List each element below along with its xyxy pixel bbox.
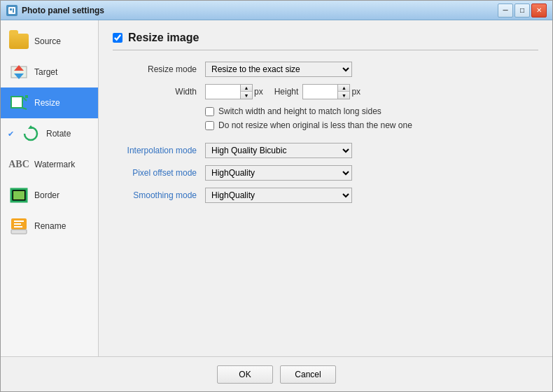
resize-icon: [9, 93, 29, 113]
sidebar-label-target: Target: [34, 67, 57, 77]
main-panel: Resize image Resize mode Resize to the e…: [99, 20, 552, 356]
rotate-icon: [21, 124, 41, 144]
window-body: Source Target: [1, 20, 552, 356]
section-header: Resize image: [113, 31, 538, 50]
window-controls: ─ □ ✕: [498, 4, 547, 18]
height-unit: px: [351, 87, 360, 97]
switch-dimensions-checkbox[interactable]: [205, 107, 214, 116]
resize-enable-checkbox[interactable]: [113, 33, 122, 43]
svg-marker-9: [25, 95, 28, 98]
resize-mode-select[interactable]: Resize to the exact size Resize to fit R…: [205, 62, 352, 77]
interpolation-select[interactable]: High Quality Bicubic Bicubic Bilinear Ne…: [205, 143, 352, 158]
smoothing-row: Smoothing mode HighQuality Default None …: [113, 188, 538, 203]
main-window: Photo panel settings ─ □ ✕ Source: [0, 0, 553, 392]
resize-mode-row: Resize mode Resize to the exact size Res…: [113, 62, 538, 77]
sidebar-item-watermark[interactable]: ABC Watermark: [1, 149, 98, 180]
sidebar-item-resize[interactable]: Resize: [1, 88, 98, 118]
sidebar-item-source[interactable]: Source: [1, 26, 98, 57]
sidebar: Source Target: [1, 20, 99, 356]
sidebar-label-rename: Rename: [34, 221, 66, 231]
window-title: Photo panel settings: [22, 6, 498, 15]
title-bar: Photo panel settings ─ □ ✕: [1, 1, 552, 20]
height-label: Height: [274, 87, 299, 97]
sidebar-label-watermark: Watermark: [34, 160, 75, 169]
no-resize-label[interactable]: Do not resize when original is less than…: [218, 120, 412, 130]
smoothing-select[interactable]: HighQuality Default None AntiAlias: [205, 188, 352, 203]
switch-dimensions-row: Switch width and height to match long si…: [205, 106, 538, 116]
sidebar-item-target[interactable]: Target: [1, 57, 98, 88]
svg-rect-6: [11, 97, 22, 108]
pixel-offset-row: Pixel offset mode HighQuality Default Ha…: [113, 165, 538, 181]
rotate-check-icon: ✔: [8, 130, 14, 139]
watermark-icon: ABC: [9, 155, 29, 174]
border-icon: [9, 186, 29, 205]
section-title: Resize image: [128, 31, 199, 44]
minimize-button[interactable]: ─: [498, 4, 513, 18]
width-spinner: 128 ▲ ▼: [205, 84, 253, 99]
app-icon: [6, 5, 18, 16]
width-label: Width: [113, 87, 197, 97]
source-icon: [9, 31, 29, 51]
width-down-button[interactable]: ▼: [241, 92, 252, 99]
height-up-button[interactable]: ▲: [338, 85, 349, 92]
width-unit: px: [254, 87, 263, 97]
dimensions-row: Width 128 ▲ ▼ px Height 128 ▲ ▼: [113, 84, 538, 99]
footer: OK Cancel: [1, 356, 552, 391]
sidebar-item-border[interactable]: Border: [1, 180, 98, 211]
height-spinner: 128 ▲ ▼: [302, 84, 350, 99]
close-button[interactable]: ✕: [531, 4, 547, 18]
cancel-button[interactable]: Cancel: [280, 365, 336, 384]
width-input[interactable]: 128: [205, 84, 240, 99]
sidebar-label-resize: Resize: [34, 98, 60, 108]
pixel-offset-label: Pixel offset mode: [113, 168, 197, 178]
sidebar-item-rotate[interactable]: ✔ Rotate: [1, 118, 98, 149]
width-up-button[interactable]: ▲: [241, 85, 252, 92]
svg-rect-12: [13, 191, 24, 200]
interpolation-row: Interpolation mode High Quality Bicubic …: [113, 143, 538, 158]
sidebar-label-source: Source: [34, 36, 61, 46]
no-resize-row: Do not resize when original is less than…: [205, 120, 538, 130]
svg-rect-1: [10, 8, 12, 10]
svg-rect-14: [11, 230, 27, 234]
sidebar-label-rotate: Rotate: [46, 129, 71, 139]
sidebar-item-rename[interactable]: Rename: [1, 211, 98, 241]
svg-line-8: [22, 108, 27, 109]
no-resize-checkbox[interactable]: [205, 121, 214, 130]
switch-dimensions-label[interactable]: Switch width and height to match long si…: [218, 106, 382, 116]
height-down-button[interactable]: ▼: [338, 92, 349, 99]
target-icon: [9, 62, 29, 82]
smoothing-label: Smoothing mode: [113, 190, 197, 200]
resize-mode-select-wrapper: Resize to the exact size Resize to fit R…: [205, 62, 352, 77]
maximize-button[interactable]: □: [514, 4, 530, 18]
height-input[interactable]: 128: [302, 84, 337, 99]
ok-button[interactable]: OK: [217, 365, 273, 384]
interpolation-label: Interpolation mode: [113, 146, 197, 155]
svg-rect-2: [13, 8, 14, 13]
sidebar-label-border: Border: [34, 190, 59, 200]
pixel-offset-select[interactable]: HighQuality Default Half None: [205, 165, 352, 181]
resize-mode-label: Resize mode: [113, 64, 197, 74]
rename-icon: [9, 216, 29, 236]
